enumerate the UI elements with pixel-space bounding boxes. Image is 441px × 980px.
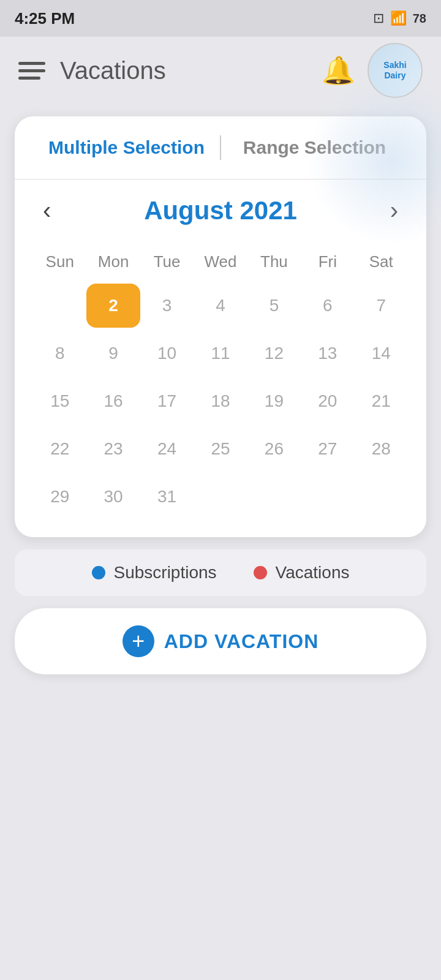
- calendar-day[interactable]: 3: [140, 284, 194, 328]
- calendar-day[interactable]: 6: [301, 284, 354, 328]
- main-content: Multiple Selection Range Selection ‹ Aug…: [0, 104, 441, 687]
- add-icon: +: [123, 625, 154, 657]
- legend-label-subscriptions: Subscriptions: [114, 563, 217, 582]
- calendar-day[interactable]: 30: [86, 475, 140, 519]
- calendar-card: Multiple Selection Range Selection ‹ Aug…: [15, 116, 426, 537]
- calendar-day[interactable]: 11: [194, 331, 247, 375]
- calendar-grid: 2345678910111213141516171819202122232425…: [33, 284, 408, 519]
- battery-indicator: 78: [413, 12, 426, 26]
- calendar-day[interactable]: 2: [86, 284, 140, 328]
- legend-label-vacations: Vacations: [276, 563, 350, 582]
- tab-multiple-selection[interactable]: Multiple Selection: [33, 132, 220, 163]
- status-time: 4:25 PM: [15, 9, 75, 28]
- calendar-day[interactable]: 28: [355, 427, 408, 471]
- calendar-day[interactable]: 12: [247, 331, 301, 375]
- calendar-day[interactable]: 25: [194, 427, 247, 471]
- calendar-day[interactable]: 14: [355, 331, 408, 375]
- day-header-mon: Mon: [86, 246, 140, 277]
- notification-bell-icon[interactable]: 🔔: [322, 55, 355, 86]
- legend-bar: Subscriptions Vacations: [15, 549, 426, 596]
- calendar-day[interactable]: 21: [355, 379, 408, 423]
- legend-dot-subscriptions: [92, 566, 105, 579]
- calendar-day[interactable]: 19: [247, 379, 301, 423]
- day-header-sat: Sat: [355, 246, 408, 277]
- calendar-body: ‹ August 2021 › Sun Mon Tue Wed Thu Fri …: [15, 179, 426, 537]
- page-title: Vacations: [60, 57, 166, 85]
- day-header-wed: Wed: [194, 246, 247, 277]
- calendar-day[interactable]: 26: [247, 427, 301, 471]
- hamburger-line-2: [18, 69, 45, 72]
- legend-vacations: Vacations: [254, 563, 350, 582]
- calendar-day[interactable]: 31: [140, 475, 194, 519]
- month-navigation: ‹ August 2021 ›: [33, 192, 408, 229]
- logo-text: Sakhi Dairy: [383, 60, 406, 81]
- add-vacation-label: ADD VACATION: [164, 630, 319, 653]
- day-header-sun: Sun: [33, 246, 86, 277]
- calendar-day[interactable]: 5: [247, 284, 301, 328]
- status-bar: 4:25 PM ⊡ 📶 78: [0, 0, 441, 37]
- add-vacation-button[interactable]: + ADD VACATION: [15, 608, 426, 674]
- hamburger-line-3: [18, 77, 40, 80]
- hamburger-menu[interactable]: [18, 62, 45, 80]
- app-logo: Sakhi Dairy: [368, 43, 423, 98]
- calendar-day[interactable]: 7: [355, 284, 408, 328]
- legend-subscriptions: Subscriptions: [92, 563, 217, 582]
- calendar-day[interactable]: 8: [33, 331, 86, 375]
- day-headers: Sun Mon Tue Wed Thu Fri Sat: [33, 246, 408, 277]
- tab-range-selection[interactable]: Range Selection: [221, 132, 408, 163]
- calendar-day[interactable]: 13: [301, 331, 354, 375]
- month-title: August 2021: [144, 196, 297, 225]
- prev-month-button[interactable]: ‹: [33, 192, 61, 229]
- calendar-day[interactable]: 10: [140, 331, 194, 375]
- calendar-day[interactable]: 23: [86, 427, 140, 471]
- day-header-fri: Fri: [301, 246, 354, 277]
- tab-bar: Multiple Selection Range Selection: [15, 116, 426, 179]
- calendar-day[interactable]: 15: [33, 379, 86, 423]
- calendar-day[interactable]: 27: [301, 427, 354, 471]
- day-header-thu: Thu: [247, 246, 301, 277]
- next-month-button[interactable]: ›: [380, 192, 408, 229]
- calendar-day[interactable]: 22: [33, 427, 86, 471]
- calendar-day[interactable]: 24: [140, 427, 194, 471]
- day-header-tue: Tue: [140, 246, 194, 277]
- calendar-day[interactable]: 20: [301, 379, 354, 423]
- legend-dot-vacations: [254, 566, 267, 579]
- status-icons: ⊡ 📶 78: [373, 10, 426, 26]
- calendar-day[interactable]: 17: [140, 379, 194, 423]
- hamburger-line-1: [18, 62, 45, 65]
- calendar-day[interactable]: 18: [194, 379, 247, 423]
- calendar-day[interactable]: 29: [33, 475, 86, 519]
- wifi-icon: 📶: [390, 10, 407, 26]
- calendar-day[interactable]: 9: [86, 331, 140, 375]
- screen-record-icon: ⊡: [373, 10, 384, 26]
- calendar-day[interactable]: 4: [194, 284, 247, 328]
- top-nav: Vacations 🔔 Sakhi Dairy: [0, 37, 441, 104]
- nav-left: Vacations: [18, 57, 166, 85]
- calendar-day[interactable]: 16: [86, 379, 140, 423]
- nav-right: 🔔 Sakhi Dairy: [322, 43, 423, 98]
